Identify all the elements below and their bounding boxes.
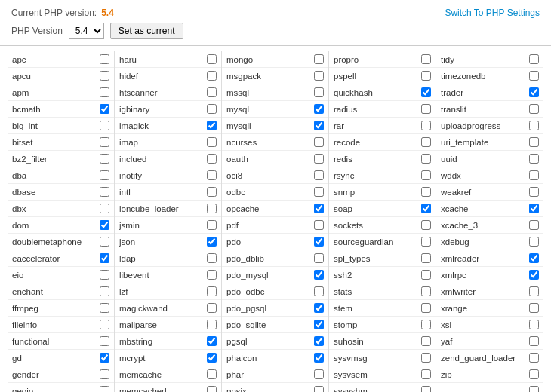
module-checkbox[interactable]: [529, 237, 539, 247]
module-checkbox[interactable]: [100, 237, 109, 247]
module-checkbox[interactable]: [207, 369, 217, 379]
module-checkbox[interactable]: [314, 87, 324, 97]
module-checkbox[interactable]: [207, 121, 217, 130]
module-checkbox[interactable]: [421, 121, 431, 130]
module-checkbox[interactable]: [421, 386, 431, 392]
module-checkbox[interactable]: [314, 320, 324, 329]
module-checkbox[interactable]: [100, 220, 109, 230]
module-checkbox[interactable]: [207, 320, 217, 329]
module-checkbox[interactable]: [207, 87, 217, 97]
module-checkbox[interactable]: [421, 170, 431, 180]
module-checkbox[interactable]: [314, 286, 324, 296]
module-checkbox[interactable]: [314, 121, 324, 130]
module-checkbox[interactable]: [314, 170, 324, 180]
module-checkbox[interactable]: [421, 303, 431, 313]
module-checkbox[interactable]: [529, 154, 539, 164]
module-checkbox[interactable]: [421, 204, 431, 213]
module-checkbox[interactable]: [421, 253, 431, 263]
module-checkbox[interactable]: [421, 154, 431, 164]
module-checkbox[interactable]: [421, 353, 431, 363]
module-checkbox[interactable]: [207, 54, 217, 64]
module-checkbox[interactable]: [100, 253, 109, 263]
module-checkbox[interactable]: [314, 71, 324, 81]
module-checkbox[interactable]: [207, 104, 217, 114]
module-checkbox[interactable]: [314, 137, 324, 147]
module-checkbox[interactable]: [100, 87, 109, 97]
module-checkbox[interactable]: [100, 369, 109, 379]
module-checkbox[interactable]: [207, 353, 217, 363]
module-checkbox[interactable]: [421, 286, 431, 296]
module-checkbox[interactable]: [100, 71, 109, 81]
module-checkbox[interactable]: [100, 336, 109, 346]
module-checkbox[interactable]: [421, 54, 431, 64]
module-checkbox[interactable]: [314, 237, 324, 247]
module-checkbox[interactable]: [100, 270, 109, 280]
module-checkbox[interactable]: [207, 253, 217, 263]
module-checkbox[interactable]: [421, 320, 431, 329]
module-checkbox[interactable]: [207, 170, 217, 180]
module-checkbox[interactable]: [207, 154, 217, 164]
module-checkbox[interactable]: [207, 187, 217, 197]
module-checkbox[interactable]: [100, 187, 109, 197]
module-checkbox[interactable]: [529, 303, 539, 313]
module-checkbox[interactable]: [529, 386, 539, 392]
module-checkbox[interactable]: [529, 87, 539, 97]
module-checkbox[interactable]: [100, 104, 109, 114]
module-checkbox[interactable]: [421, 137, 431, 147]
module-checkbox[interactable]: [421, 220, 431, 230]
module-checkbox[interactable]: [314, 353, 324, 363]
module-checkbox[interactable]: [207, 286, 217, 296]
module-checkbox[interactable]: [207, 336, 217, 346]
module-checkbox[interactable]: [207, 71, 217, 81]
module-checkbox[interactable]: [314, 104, 324, 114]
module-checkbox[interactable]: [100, 154, 109, 164]
module-checkbox[interactable]: [529, 353, 539, 363]
module-checkbox[interactable]: [207, 137, 217, 147]
module-checkbox[interactable]: [207, 220, 217, 230]
module-checkbox[interactable]: [314, 270, 324, 280]
module-checkbox[interactable]: [207, 204, 217, 213]
module-checkbox[interactable]: [100, 353, 109, 363]
module-checkbox[interactable]: [314, 187, 324, 197]
module-checkbox[interactable]: [529, 187, 539, 197]
module-checkbox[interactable]: [207, 270, 217, 280]
module-checkbox[interactable]: [421, 336, 431, 346]
module-checkbox[interactable]: [529, 204, 539, 213]
module-checkbox[interactable]: [529, 270, 539, 280]
module-checkbox[interactable]: [314, 386, 324, 392]
module-checkbox[interactable]: [314, 253, 324, 263]
module-checkbox[interactable]: [421, 237, 431, 247]
module-checkbox[interactable]: [529, 220, 539, 230]
module-checkbox[interactable]: [314, 336, 324, 346]
module-checkbox[interactable]: [314, 369, 324, 379]
module-checkbox[interactable]: [100, 303, 109, 313]
module-checkbox[interactable]: [529, 137, 539, 147]
module-checkbox[interactable]: [100, 54, 109, 64]
module-checkbox[interactable]: [100, 170, 109, 180]
module-checkbox[interactable]: [421, 369, 431, 379]
module-checkbox[interactable]: [314, 204, 324, 213]
module-checkbox[interactable]: [529, 286, 539, 296]
module-checkbox[interactable]: [207, 303, 217, 313]
module-checkbox[interactable]: [529, 253, 539, 263]
module-checkbox[interactable]: [421, 71, 431, 81]
module-checkbox[interactable]: [314, 220, 324, 230]
module-checkbox[interactable]: [421, 187, 431, 197]
switch-to-php-settings-link[interactable]: Switch To PHP Settings: [445, 8, 540, 18]
module-checkbox[interactable]: [529, 121, 539, 130]
module-checkbox[interactable]: [314, 154, 324, 164]
module-checkbox[interactable]: [314, 54, 324, 64]
module-checkbox[interactable]: [421, 87, 431, 97]
module-checkbox[interactable]: [100, 137, 109, 147]
module-checkbox[interactable]: [100, 320, 109, 329]
module-checkbox[interactable]: [529, 71, 539, 81]
module-checkbox[interactable]: [207, 237, 217, 247]
version-select[interactable]: 5.45.55.67.07.17.2: [69, 23, 104, 39]
module-checkbox[interactable]: [207, 386, 217, 392]
module-checkbox[interactable]: [529, 369, 539, 379]
set-as-current-button[interactable]: Set as current: [110, 23, 183, 39]
module-checkbox[interactable]: [529, 320, 539, 329]
module-checkbox[interactable]: [421, 104, 431, 114]
module-checkbox[interactable]: [529, 104, 539, 114]
module-checkbox[interactable]: [100, 386, 109, 392]
